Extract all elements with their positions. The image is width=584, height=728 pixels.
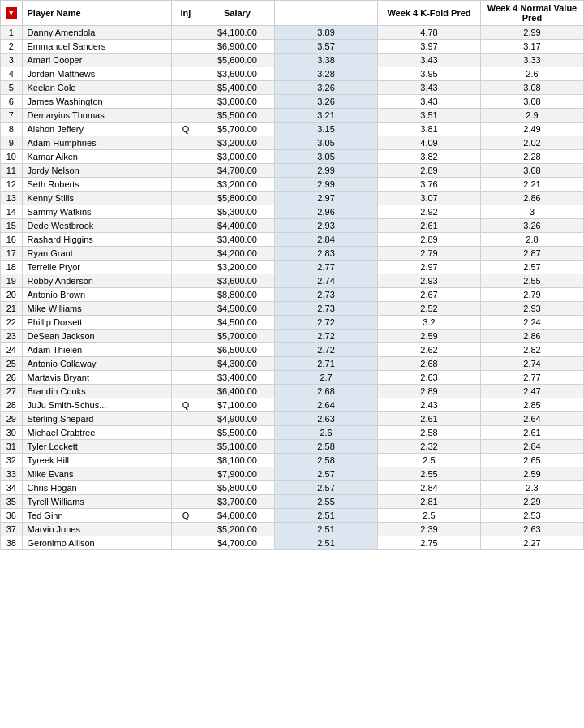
table-row[interactable]: 10Kamar Aiken$3,000.003.053.822.28 (1, 150, 584, 164)
week4-kfold-pred: 2.89 (378, 233, 481, 247)
injury-status (172, 288, 200, 302)
injury-status (172, 316, 200, 330)
week4-kfold-pred: 3.43 (378, 95, 481, 109)
player-name: Jordy Nelson (22, 164, 172, 178)
th-player-name: Player Name (22, 1, 172, 26)
table-row[interactable]: 36Ted GinnQ$4,600.002.512.52.53 (1, 509, 584, 523)
injury-status (172, 440, 200, 454)
row-num: 12 (1, 178, 23, 192)
week4-normal-pred: 2.02 (480, 136, 583, 150)
table-row[interactable]: 3Amari Cooper$5,600.003.383.433.33 (1, 54, 584, 67)
week4-avg-pred: 2.84 (275, 233, 378, 247)
table-row[interactable]: 18Terrelle Pryor$3,200.002.772.972.57 (1, 261, 584, 274)
week4-avg-pred: 3.05 (275, 136, 378, 150)
week4-normal-pred: 2.86 (480, 192, 583, 205)
table-row[interactable]: 38Geronimo Allison$4,700.002.512.752.27 (1, 536, 584, 550)
table-row[interactable]: 30Michael Crabtree$5,500.002.62.582.61 (1, 426, 584, 440)
week4-kfold-pred: 2.89 (378, 164, 481, 178)
week4-avg-pred: 2.58 (275, 440, 378, 454)
week4-avg-pred: 3.26 (275, 81, 378, 95)
week4-normal-pred: 3.33 (480, 54, 583, 67)
table-row[interactable]: 16Rashard Higgins$3,400.002.842.892.8 (1, 233, 584, 247)
injury-status (172, 495, 200, 509)
week4-avg-pred: 3.38 (275, 54, 378, 67)
table-row[interactable]: 5Keelan Cole$5,400.003.263.433.08 (1, 81, 584, 95)
week4-avg-pred: 2.73 (275, 302, 378, 316)
week4-kfold-pred: 2.97 (378, 261, 481, 274)
table-row[interactable]: 7Demaryius Thomas$5,500.003.213.512.9 (1, 109, 584, 123)
salary: $5,100.00 (200, 440, 274, 454)
week4-kfold-pred: 4.09 (378, 136, 481, 150)
table-row[interactable]: 17Ryan Grant$4,200.002.832.792.87 (1, 247, 584, 261)
week4-avg-pred: 2.57 (275, 467, 378, 481)
table-row[interactable]: 20Antonio Brown$8,800.002.732.672.79 (1, 288, 584, 302)
table-row[interactable]: 13Kenny Stills$5,800.002.973.072.86 (1, 192, 584, 205)
week4-avg-pred: 3.26 (275, 95, 378, 109)
table-row[interactable]: 37Marvin Jones$5,200.002.512.392.63 (1, 523, 584, 536)
table-row[interactable]: 23DeSean Jackson$5,700.002.722.592.86 (1, 330, 584, 343)
salary: $4,400.00 (200, 219, 274, 233)
week4-kfold-pred: 2.93 (378, 274, 481, 288)
table-row[interactable]: 29Sterling Shepard$4,900.002.632.612.64 (1, 412, 584, 426)
week4-kfold-pred: 2.75 (378, 536, 481, 550)
row-num: 7 (1, 109, 23, 123)
row-num: 6 (1, 95, 23, 109)
table-row[interactable]: 14Sammy Watkins$5,300.002.962.923 (1, 205, 584, 219)
week4-normal-pred: 3 (480, 205, 583, 219)
table-row[interactable]: 1Danny Amendola$4,100.003.894.782.99 (1, 26, 584, 40)
table-row[interactable]: 25Antonio Callaway$4,300.002.712.682.74 (1, 357, 584, 371)
player-name: Michael Crabtree (22, 426, 172, 440)
week4-kfold-pred: 2.55 (378, 467, 481, 481)
salary: $3,200.00 (200, 136, 274, 150)
week4-normal-pred: 2.64 (480, 412, 583, 426)
table-row[interactable]: 31Tyler Lockett$5,100.002.582.322.84 (1, 440, 584, 454)
table-row[interactable]: 4Jordan Matthews$3,600.003.283.952.6 (1, 67, 584, 81)
row-num: 2 (1, 40, 23, 54)
injury-status (172, 426, 200, 440)
week4-avg-pred: 3.05 (275, 150, 378, 164)
player-name: Marvin Jones (22, 523, 172, 536)
table-row[interactable]: 9Adam Humphries$3,200.003.054.092.02 (1, 136, 584, 150)
injury-status (172, 412, 200, 426)
week4-kfold-pred: 2.32 (378, 440, 481, 454)
table-row[interactable]: 32Tyreek Hill$8,100.002.582.52.65 (1, 454, 584, 467)
row-num: 16 (1, 233, 23, 247)
week4-avg-pred: 2.63 (275, 412, 378, 426)
salary: $4,700.00 (200, 536, 274, 550)
table-row[interactable]: 22Phillip Dorsett$4,500.002.723.22.24 (1, 316, 584, 330)
table-row[interactable]: 28JuJu Smith-Schus...Q$7,100.002.642.432… (1, 398, 584, 412)
table-row[interactable]: 8Alshon JefferyQ$5,700.003.153.812.49 (1, 123, 584, 136)
table-row[interactable]: 21Mike Williams$4,500.002.732.522.93 (1, 302, 584, 316)
table-row[interactable]: 6James Washington$3,600.003.263.433.08 (1, 95, 584, 109)
th-inj: Inj (172, 1, 200, 26)
salary: $4,700.00 (200, 164, 274, 178)
week4-avg-pred: 2.93 (275, 219, 378, 233)
week4-normal-pred: 2.8 (480, 233, 583, 247)
table-row[interactable]: 27Brandin Cooks$6,400.002.682.892.47 (1, 385, 584, 398)
week4-normal-pred: 2.82 (480, 343, 583, 357)
week4-normal-pred: 2.3 (480, 481, 583, 495)
table-row[interactable]: 2Emmanuel Sanders$6,900.003.573.973.17 (1, 40, 584, 54)
injury-status (172, 330, 200, 343)
week4-normal-pred: 2.57 (480, 261, 583, 274)
table-row[interactable]: 11Jordy Nelson$4,700.002.992.893.08 (1, 164, 584, 178)
player-name: Rashard Higgins (22, 233, 172, 247)
week4-avg-pred: 2.72 (275, 316, 378, 330)
th-dropdown[interactable]: ▼ (1, 1, 23, 26)
player-name: Mike Evans (22, 467, 172, 481)
table-row[interactable]: 19Robby Anderson$3,600.002.742.932.55 (1, 274, 584, 288)
row-num: 33 (1, 467, 23, 481)
table-row[interactable]: 15Dede Westbrook$4,400.002.932.613.26 (1, 219, 584, 233)
week4-kfold-pred: 2.62 (378, 343, 481, 357)
table-row[interactable]: 35Tyrell Williams$3,700.002.552.812.29 (1, 495, 584, 509)
table-row[interactable]: 12Seth Roberts$3,200.002.993.762.21 (1, 178, 584, 192)
week4-kfold-pred: 3.43 (378, 81, 481, 95)
week4-normal-pred: 2.24 (480, 316, 583, 330)
table-row[interactable]: 34Chris Hogan$5,800.002.572.842.3 (1, 481, 584, 495)
table-row[interactable]: 24Adam Thielen$6,500.002.722.622.82 (1, 343, 584, 357)
table-row[interactable]: 26Martavis Bryant$3,400.002.72.632.77 (1, 371, 584, 385)
player-name: Martavis Bryant (22, 371, 172, 385)
row-num: 1 (1, 26, 23, 40)
row-num: 10 (1, 150, 23, 164)
table-row[interactable]: 33Mike Evans$7,900.002.572.552.59 (1, 467, 584, 481)
